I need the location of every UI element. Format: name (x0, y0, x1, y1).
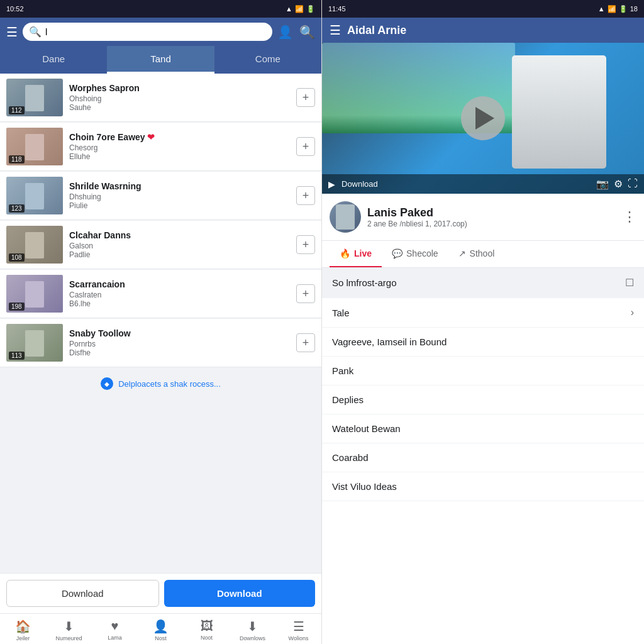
right-status-time: 11:45 (328, 5, 346, 13)
nav-label-wolions: Wolions (289, 635, 309, 641)
nav-label-home: Jeiler (16, 635, 30, 641)
content-item-2[interactable]: Tale › (322, 298, 644, 328)
left-status-bar: 10:52 ▲ 📶 🔋 (0, 0, 321, 18)
video-item-5[interactable]: 198 Scarrancaion Caslraten B6.lhe + (0, 270, 321, 318)
video-info-5: Scarrancaion Caslraten B6.lhe (69, 279, 290, 308)
video-thumb-5: 198 (6, 275, 63, 313)
live-tab-icon: 🔥 (340, 248, 350, 258)
video-title-1: Worphes Sapron (69, 83, 290, 93)
player-play-icon[interactable]: ▶ (328, 179, 335, 189)
home-icon: 🏠 (15, 619, 31, 634)
camera-icon[interactable]: 📷 (596, 178, 609, 190)
tab-shecole[interactable]: 💬 Shecole (382, 241, 448, 267)
channel-menu-dots[interactable]: ⋮ (623, 209, 636, 225)
channel-avatar (330, 201, 361, 233)
add-btn-2[interactable]: + (296, 137, 315, 156)
shecole-tab-icon: 💬 (392, 248, 402, 258)
download-outline-button[interactable]: Download (6, 580, 159, 607)
video-item-4[interactable]: 108 Clcahar Danns Galson Padlie + (0, 221, 321, 269)
nav-label-downlows: Downlows (240, 635, 265, 641)
tab-tand[interactable]: Tand (107, 46, 214, 74)
add-btn-4[interactable]: + (296, 235, 315, 254)
battery-icon: 🔋 (306, 5, 315, 13)
video-views-2: Elluhe (69, 152, 290, 161)
right-header-title: Aidal Arnie (347, 24, 406, 37)
video-title-5: Scarrancaion (69, 279, 290, 289)
content-item-text-3: Vagreeve, Iamseil in Bound (332, 336, 447, 347)
tab-sthool-label: Sthool (470, 248, 495, 258)
person-nav-icon: 👤 (153, 619, 169, 634)
nav-label-lama: Lama (108, 635, 122, 641)
settings-icon[interactable]: ⚙ (614, 178, 623, 190)
nav-item-noot[interactable]: 🖼 Noot (184, 619, 230, 641)
play-button[interactable] (461, 96, 505, 140)
tab-sthool[interactable]: ↗ Sthool (448, 241, 505, 267)
video-channel-1: Ohshoing (69, 94, 290, 103)
dl-nav-icon: ⬇ (247, 619, 258, 634)
video-info-6: Snaby Toollow Pornrbs Disfhe (69, 328, 290, 357)
video-player[interactable]: ▶ Download 📷 ⚙ ⛶ (322, 43, 644, 194)
hamburger-icon[interactable]: ☰ (6, 25, 18, 40)
download-section: Download Download (0, 573, 321, 613)
content-item-3[interactable]: Vagreeve, Iamseil in Bound (322, 328, 644, 357)
content-item-8[interactable]: Vist Viluo Ideas (322, 472, 644, 501)
nav-item-downlows[interactable]: ⬇ Downlows (230, 619, 275, 641)
right-hamburger-icon[interactable]: ☰ (330, 23, 341, 38)
video-channel-6: Pornrbs (69, 340, 290, 348)
content-tabs: 🔥 Live 💬 Shecole ↗ Sthool (322, 241, 644, 268)
tab-come[interactable]: Come (214, 46, 321, 74)
right-signal-icon: ▲ (598, 5, 605, 13)
video-item-1[interactable]: 112 Worphes Sapron Ohshoing Sauhe + (0, 74, 321, 122)
player-controls: ▶ Download 📷 ⚙ ⛶ (322, 174, 644, 194)
content-item-arrow-1: ☐ (625, 277, 634, 289)
nav-item-numeured[interactable]: ⬇ Numeured (46, 619, 92, 641)
video-title-4: Clcahar Danns (69, 230, 290, 240)
nav-item-home[interactable]: 🏠 Jeiler (0, 619, 46, 641)
right-wifi-icon: 📶 (608, 5, 616, 13)
player-download-label: Download (341, 179, 590, 189)
nav-item-wolions[interactable]: ☰ Wolions (275, 619, 321, 641)
fullscreen-icon[interactable]: ⛶ (628, 178, 638, 190)
video-info-3: Shrilde Wasrning Dhshuing Piulie (69, 181, 290, 210)
tab-live[interactable]: 🔥 Live (330, 241, 382, 267)
left-status-icons: ▲ 📶 🔋 (286, 5, 315, 13)
content-item-4[interactable]: Pank (322, 357, 644, 386)
search-input[interactable] (45, 26, 266, 37)
video-channel-5: Caslraten (69, 291, 290, 299)
video-item-3[interactable]: 123 Shrilde Wasrning Dhshuing Piulie + (0, 172, 321, 220)
add-btn-1[interactable]: + (296, 88, 315, 107)
download-filled-button[interactable]: Download (164, 580, 316, 607)
content-item-5[interactable]: Deplies (322, 386, 644, 414)
add-btn-6[interactable]: + (296, 333, 315, 352)
video-thumb-3: 123 (6, 177, 63, 214)
video-channel-4: Galson (69, 242, 290, 250)
video-item-6[interactable]: 113 Snaby Toollow Pornrbs Disfhe + (0, 319, 321, 367)
loading-text: Delploacets a shak rocess... (118, 379, 221, 389)
content-list: So lmfrost-argo ☐ Tale › Vagreeve, Iamse… (322, 268, 644, 644)
tab-dane[interactable]: Dane (0, 46, 107, 74)
add-btn-3[interactable]: + (296, 186, 315, 205)
nav-item-nost[interactable]: 👤 Nost (138, 619, 184, 641)
video-info-4: Clcahar Danns Galson Padlie (69, 230, 290, 259)
channel-name: Lanis Paked (367, 206, 616, 219)
search-icon-right[interactable]: 🔍 (299, 25, 315, 40)
left-header: ☰ 🔍 👤 🔍 (0, 18, 321, 46)
video-channel-3: Dhshuing (69, 192, 290, 201)
content-item-text-1: So lmfrost-argo (332, 277, 397, 288)
nav-label-numeured: Numeured (55, 635, 82, 641)
sthool-tab-icon: ↗ (458, 248, 466, 258)
content-item-7[interactable]: Coarabd (322, 443, 644, 472)
add-btn-5[interactable]: + (296, 284, 315, 303)
loading-icon (101, 377, 113, 390)
content-item-text-4: Pank (332, 365, 353, 376)
nav-item-lama[interactable]: ♥ Lama (92, 619, 138, 641)
content-item-text-2: Tale (332, 308, 350, 318)
profile-icon[interactable]: 👤 (277, 25, 293, 40)
search-bar[interactable]: 🔍 (23, 23, 272, 41)
content-item-1[interactable]: So lmfrost-argo ☐ (322, 268, 644, 298)
heart-nav-icon: ♥ (111, 619, 119, 633)
content-item-6[interactable]: Watelout Bewan (322, 414, 644, 443)
video-item-2[interactable]: 118 Choin 7ore Eawey ❤ Chesorg Elluhe + (0, 123, 321, 171)
header-icons: 👤 🔍 (277, 25, 315, 40)
menu-nav-icon: ☰ (293, 619, 304, 634)
